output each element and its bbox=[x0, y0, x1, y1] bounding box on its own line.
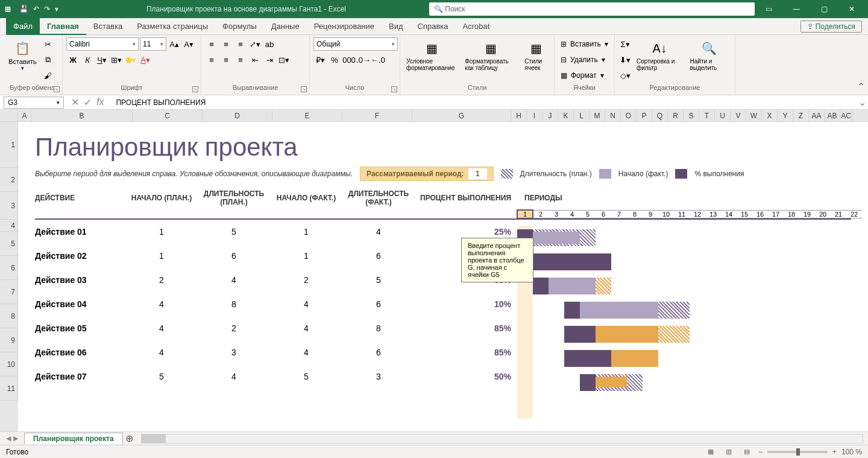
ribbon-display-icon[interactable]: ▭ bbox=[755, 0, 782, 18]
font-dialog-launcher[interactable]: ↘ bbox=[192, 86, 198, 92]
copy-icon[interactable]: ⧉ bbox=[42, 53, 55, 66]
column-header[interactable]: AA bbox=[809, 110, 825, 121]
cell-start-plan[interactable]: 4 bbox=[125, 323, 198, 333]
cell-dur-fact[interactable]: 6 bbox=[342, 348, 415, 357]
cell-dur-fact[interactable]: 5 bbox=[342, 275, 415, 285]
column-header[interactable]: N bbox=[605, 110, 621, 121]
cell-start-plan[interactable]: 1 bbox=[125, 251, 198, 261]
tab-view[interactable]: Вид bbox=[382, 18, 410, 35]
cell-dur-plan[interactable]: 3 bbox=[198, 348, 270, 357]
insert-cells-button[interactable]: ⊞Вставить ▾ bbox=[558, 37, 611, 51]
formula-input[interactable]: ПРОЦЕНТ ВЫПОЛНЕНИЯ bbox=[111, 97, 856, 109]
column-header[interactable]: T bbox=[699, 110, 715, 121]
row-header[interactable]: 8 bbox=[0, 304, 18, 328]
column-header[interactable]: I bbox=[527, 110, 542, 121]
find-select-button[interactable]: 🔍Найти и выделить bbox=[688, 37, 731, 72]
cell-dur-plan[interactable]: 6 bbox=[198, 251, 270, 261]
cell-start-fact[interactable]: 1 bbox=[270, 251, 342, 261]
cell-start-plan[interactable]: 5 bbox=[125, 372, 198, 381]
cell-start-plan[interactable]: 4 bbox=[125, 348, 198, 357]
format-as-table-button[interactable]: ▦Форматировать как таблицу bbox=[462, 37, 520, 72]
column-header[interactable]: P bbox=[637, 110, 652, 121]
cell-dur-fact[interactable]: 3 bbox=[342, 372, 415, 381]
column-header[interactable]: X bbox=[762, 110, 778, 121]
cell-pct[interactable]: 85% bbox=[415, 348, 511, 357]
row-header[interactable]: 2 bbox=[0, 168, 18, 192]
cancel-formula-icon[interactable]: ✕ bbox=[71, 97, 79, 108]
decrease-font-icon[interactable]: A▾ bbox=[182, 37, 195, 51]
cell-dur-plan[interactable]: 4 bbox=[198, 372, 270, 381]
fill-color-icon[interactable]: ⬣▾ bbox=[124, 53, 137, 66]
tab-file[interactable]: Файл bbox=[6, 18, 40, 35]
cell-action[interactable]: Действие 01 bbox=[35, 227, 125, 237]
format-cells-button[interactable]: ▦Формат ▾ bbox=[558, 69, 606, 82]
maximize-icon[interactable]: ▢ bbox=[810, 0, 838, 18]
increase-decimal-icon[interactable]: .0→ bbox=[357, 53, 370, 66]
cell-pct[interactable]: 25% bbox=[415, 227, 511, 237]
cell-start-fact[interactable]: 4 bbox=[270, 348, 342, 357]
cell-dur-plan[interactable]: 2 bbox=[198, 323, 270, 333]
spreadsheet-grid[interactable]: 1234567891011 Планировщик проекта Выбери… bbox=[0, 122, 868, 431]
expand-formula-bar-icon[interactable]: ⌄ bbox=[856, 97, 868, 108]
row-header[interactable]: 9 bbox=[0, 328, 18, 352]
tab-page-layout[interactable]: Разметка страницы bbox=[130, 18, 215, 35]
tab-acrobat[interactable]: Acrobat bbox=[456, 18, 497, 35]
tab-help[interactable]: Справка bbox=[410, 18, 456, 35]
column-header[interactable]: Q bbox=[652, 110, 668, 121]
column-header[interactable]: O bbox=[621, 110, 637, 121]
column-header[interactable]: L bbox=[574, 110, 590, 121]
period-value[interactable]: 1 bbox=[468, 168, 487, 179]
page-layout-view-icon[interactable]: ▥ bbox=[722, 447, 735, 457]
column-header[interactable]: G bbox=[412, 110, 511, 121]
column-header[interactable]: Z bbox=[793, 110, 809, 121]
page-break-view-icon[interactable]: ▤ bbox=[740, 447, 753, 457]
align-middle-icon[interactable]: ≡ bbox=[219, 37, 233, 51]
zoom-out-icon[interactable]: − bbox=[758, 448, 763, 456]
column-header[interactable]: K bbox=[558, 110, 574, 121]
column-header[interactable]: M bbox=[590, 110, 605, 121]
cell-start-fact[interactable]: 4 bbox=[270, 299, 342, 309]
cell-start-plan[interactable]: 2 bbox=[125, 275, 198, 285]
row-header[interactable]: 10 bbox=[0, 352, 18, 377]
sort-filter-button[interactable]: A↓Сортировка и фильтр bbox=[634, 37, 685, 72]
column-header[interactable]: V bbox=[731, 110, 746, 121]
add-sheet-icon[interactable]: ⊕ bbox=[123, 432, 136, 445]
normal-view-icon[interactable]: ▦ bbox=[704, 447, 717, 457]
borders-icon[interactable]: ⊞▾ bbox=[110, 53, 123, 66]
percent-icon[interactable]: % bbox=[328, 53, 341, 66]
merge-center-icon[interactable]: ⊡▾ bbox=[277, 53, 291, 66]
column-header[interactable]: U bbox=[715, 110, 731, 121]
undo-icon[interactable]: ↶ bbox=[33, 5, 39, 13]
column-header[interactable]: R bbox=[668, 110, 684, 121]
cell-start-fact[interactable]: 5 bbox=[270, 372, 342, 381]
cell-action[interactable]: Действие 05 bbox=[35, 323, 125, 333]
thousands-icon[interactable]: 000 bbox=[342, 53, 356, 66]
zoom-level[interactable]: 100 % bbox=[841, 448, 862, 456]
column-header[interactable]: S bbox=[684, 110, 699, 121]
currency-icon[interactable]: ₽▾ bbox=[313, 53, 327, 66]
wrap-text-icon[interactable]: ab bbox=[263, 37, 276, 51]
cell-action[interactable]: Действие 02 bbox=[35, 251, 125, 261]
column-header[interactable]: Y bbox=[778, 110, 793, 121]
delete-cells-button[interactable]: ⊟Удалить ▾ bbox=[558, 53, 608, 66]
align-center-icon[interactable]: ≡ bbox=[219, 53, 233, 66]
cell-pct[interactable]: 10% bbox=[415, 299, 511, 309]
column-header[interactable]: B bbox=[31, 110, 133, 121]
clipboard-dialog-launcher[interactable]: ↘ bbox=[54, 86, 60, 92]
column-header[interactable]: H bbox=[511, 110, 527, 121]
cell-styles-button[interactable]: ▦Стили ячеек bbox=[522, 37, 550, 72]
font-size-combo[interactable]: 11▾ bbox=[140, 37, 166, 51]
number-format-combo[interactable]: Общий▾ bbox=[313, 37, 398, 51]
horizontal-scrollbar[interactable] bbox=[141, 434, 863, 444]
cell-dur-plan[interactable]: 4 bbox=[198, 275, 270, 285]
column-header[interactable]: C bbox=[133, 110, 203, 121]
column-header[interactable]: E bbox=[272, 110, 342, 121]
row-header[interactable]: 6 bbox=[0, 256, 18, 280]
decrease-decimal-icon[interactable]: ←.0 bbox=[371, 53, 385, 66]
cell-action[interactable]: Действие 03 bbox=[35, 275, 125, 285]
tab-home[interactable]: Главная bbox=[40, 18, 86, 35]
search-box[interactable]: 🔍 Поиск bbox=[429, 2, 755, 16]
row-header[interactable]: 1 bbox=[0, 122, 18, 168]
cell-start-fact[interactable]: 4 bbox=[270, 323, 342, 333]
cut-icon[interactable]: ✂ bbox=[42, 37, 55, 51]
